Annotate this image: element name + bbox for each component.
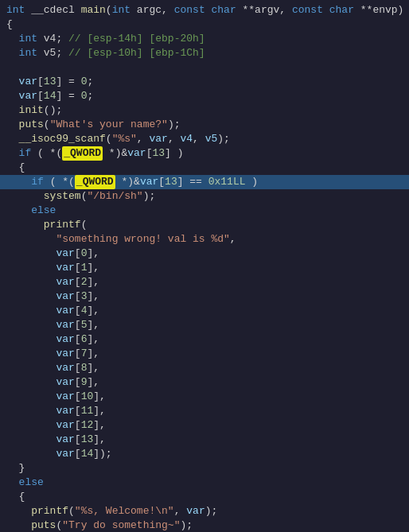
code-line: { <box>0 161 409 175</box>
code-line: else <box>0 204 409 218</box>
code-line: var [ 14 ] = 0 ; <box>0 89 409 103</box>
code-line: var[10], <box>0 390 409 404</box>
code-line: var[13], <box>0 433 409 447</box>
code-line: } <box>0 461 409 476</box>
qword-highlight: _QWORD <box>62 146 103 161</box>
code-line: if ( *( _QWORD *)& var [ 13 ] ) <box>0 146 409 161</box>
code-line: { <box>0 17 409 32</box>
code-line: printf ( "%s, Welcome!\n" , var ); <box>0 504 409 518</box>
code-line: printf ( <box>0 218 409 232</box>
code-line: var [ 13 ] = 0 ; <box>0 75 409 89</box>
code-line: var[3], <box>0 289 409 304</box>
code-line-highlighted: if ( *( _QWORD *)& var [ 13 ] == 0x11LL … <box>0 175 409 189</box>
code-line: int v5; // [esp-10h] [ebp-1Ch] <box>0 46 409 60</box>
code-line: var[4], <box>0 304 409 318</box>
code-line: var[6], <box>0 332 409 347</box>
code-line: var[0], <box>0 247 409 261</box>
code-line: puts ( "What's your name?" ); <box>0 118 409 132</box>
code-line: __isoc99_scanf ( "%s" , var , v4 , v5 ); <box>0 132 409 146</box>
code-line: { <box>0 490 409 504</box>
code-line: int v4; // [esp-14h] [ebp-20h] <box>0 32 409 46</box>
qword-highlight2: _QWORD <box>75 175 115 189</box>
code-line: int __cdecl main ( int argc, const char … <box>0 3 409 17</box>
code-line: var[14]); <box>0 447 409 461</box>
code-line: var[2], <box>0 275 409 289</box>
code-line: puts ( "Try do something~" ); <box>0 518 409 532</box>
code-line: var[7], <box>0 347 409 361</box>
code-line: var[11], <box>0 404 409 418</box>
code-line <box>0 60 409 75</box>
code-line: var[12], <box>0 418 409 433</box>
code-viewer: int __cdecl main ( int argc, const char … <box>0 0 409 532</box>
code-line: "something wrong! val is %d" , <box>0 232 409 247</box>
code-line: var[9], <box>0 375 409 390</box>
code-line: var[1], <box>0 261 409 275</box>
code-line: system ( "/bin/sh" ); <box>0 189 409 204</box>
code-line: else <box>0 476 409 490</box>
keyword: int <box>6 3 25 17</box>
code-line: var[8], <box>0 361 409 375</box>
code-line: init (); <box>0 103 409 118</box>
code-line: var[5], <box>0 318 409 332</box>
